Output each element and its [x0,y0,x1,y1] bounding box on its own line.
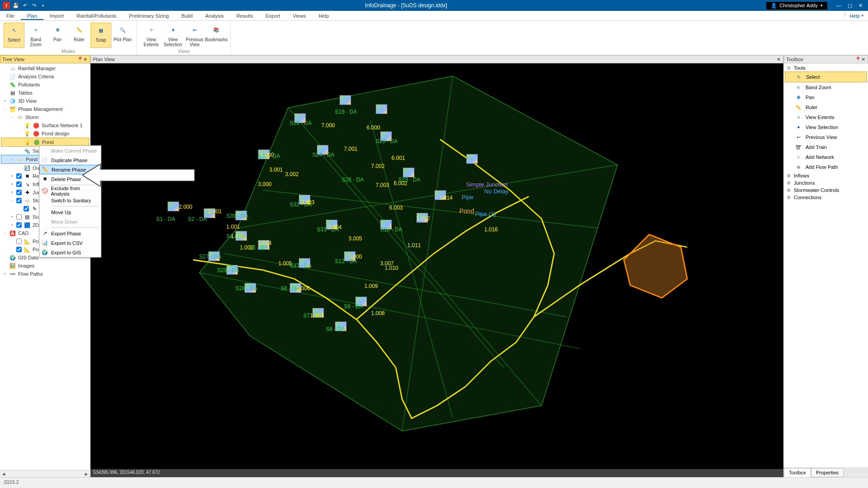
qat-dropdown-icon[interactable]: ▾ [40,2,46,9]
ctx-switch-to-sanitary[interactable]: Switch to Sanitary [39,196,101,205]
tree-checkbox[interactable] [24,206,29,211]
tree-node[interactable]: ☁️Rainfall Manager [1,64,89,72]
tool-pan[interactable]: ✥Pan [785,92,867,102]
plan-canvas[interactable]: S19 - DA S29 - DA S20 - DA S30 - DA S24 … [91,63,783,469]
ribbon-snap[interactable]: ▦Snap [91,23,111,48]
ctx-move-up[interactable]: Move Up [39,207,101,217]
menu-results[interactable]: Results [230,12,259,20]
tree-node[interactable]: +〰️Flow Paths [1,270,89,278]
tool-ruler[interactable]: 📏Ruler [785,102,867,112]
tree-checkbox[interactable] [16,239,22,244]
tool-previousview[interactable]: ↩Previous View [785,132,867,142]
scroll-right-icon[interactable]: ► [83,471,90,477]
ribbon-pan[interactable]: ✥Pan [47,23,68,48]
tree-node[interactable]: ▤Tables [1,89,89,97]
menu-prelim[interactable]: Preliminary Sizing [123,12,175,20]
tree-node[interactable]: +🧊3D View [1,97,89,105]
toolbox-cat-connections[interactable]: ⊞Connections [785,194,867,201]
tab-toolbox[interactable]: Toolbox [784,468,811,477]
toolbox-cat-junctions[interactable]: ⊞Junctions [785,179,867,187]
expander-icon[interactable]: - [3,107,7,111]
toolbox-cat-stormwater[interactable]: ⊞Stormwater Controls [785,187,867,194]
tree-checkbox[interactable] [16,173,22,179]
tree-node[interactable]: 📄Analysis Criteria [1,72,89,81]
tool-addtrain[interactable]: ➰Add Train [785,142,867,152]
ribbon-bandzoom[interactable]: ⌗Band Zoom [25,23,46,48]
redo-icon[interactable]: ↷ [31,2,37,9]
ribbon-viewselection[interactable]: ✦View Selection [162,23,183,48]
catchment-icon[interactable] [339,95,351,105]
ribbon-previousview[interactable]: ↩Previous View [184,23,205,48]
expander-icon[interactable]: + [3,99,7,103]
scroll-left-icon[interactable]: ◄ [0,471,7,477]
tree-node[interactable]: -🌩️Storm [1,113,89,121]
menu-views[interactable]: Views [286,12,312,20]
maximize-icon[interactable]: ▢ [848,3,852,9]
tree-node[interactable]: -🗂️Phase Management [1,105,89,113]
tree-checkbox[interactable] [16,247,22,252]
tool-addflowpath[interactable]: ≋Add Flow Path [785,162,867,172]
catchment-icon[interactable] [167,201,179,211]
save-icon[interactable]: 💾 [13,2,19,9]
minimize-icon[interactable]: — [836,3,841,9]
ribbon-select[interactable]: ↖Select [4,23,24,48]
menu-plan[interactable]: Plan [21,12,43,20]
undo-icon[interactable]: ↶ [22,2,28,9]
menu-analysis[interactable]: Analysis [199,12,230,20]
tree-checkbox[interactable] [16,198,22,203]
expander-icon[interactable]: - [10,115,14,120]
menu-build[interactable]: Build [175,12,199,20]
pin-icon[interactable]: 📍 [855,57,860,62]
ctx-exclude-from-analysis[interactable]: 🚫Exclude from Analysis [39,186,101,196]
expander-icon[interactable]: + [10,223,14,227]
expander-icon[interactable]: + [10,182,14,187]
tree-node[interactable]: 🖼️Images [1,262,89,270]
ctx-export-to-gis[interactable]: 🌍Export to GIS [39,248,101,257]
menu-import[interactable]: Import [43,12,70,20]
ribbon-bookmarks[interactable]: 📚Bookmarks [206,23,227,48]
tree-node[interactable]: 💡🛑Pond design [1,129,89,138]
pin-icon[interactable]: 📍 [77,57,82,62]
help-link[interactable]: ❔Help▾ [841,13,868,19]
tree-checkbox[interactable] [16,214,22,220]
close-toolbox-icon[interactable]: ✕ [860,57,866,62]
ribbon-plotplan[interactable]: 🔍Plot Plan [112,23,133,48]
ctx-export-to-csv[interactable]: 📊Export to CSV [39,238,101,248]
expander-icon[interactable]: + [10,174,14,178]
expander-icon[interactable]: - [3,231,7,235]
expander-icon[interactable]: - [10,198,14,203]
expander-icon[interactable]: + [3,272,7,276]
toolbox-cat-tools[interactable]: ⊟Tools [785,64,867,72]
tool-viewselection[interactable]: ✦View Selection [785,122,867,132]
tree-node[interactable]: 💡🛑Surface Network 1 [1,121,89,129]
ribbon-ruler[interactable]: 📏Ruler [69,23,90,48]
catchment-icon[interactable] [466,154,478,164]
tool-bandzoom[interactable]: ⌗Band Zoom [785,82,867,92]
tree-checkbox[interactable] [16,182,22,187]
ctx-export-phase[interactable]: ↗Export Phase [39,229,101,238]
toolbox-cat-inflows[interactable]: ⊞Inflows [785,172,867,179]
tool-viewextents[interactable]: ✧View Extents [785,112,867,122]
menu-help[interactable]: Help [312,12,335,20]
tree-node[interactable]: 🦠Pollutants [1,81,89,89]
menu-rainfall[interactable]: Rainfall/Pollutants [70,12,123,20]
tool-select[interactable]: ↖Select [785,72,867,82]
tool-addnetwork[interactable]: ○Add Network [785,152,867,162]
catchment-icon[interactable] [403,167,415,177]
catchment-icon[interactable] [376,104,387,114]
expander-icon[interactable]: + [10,190,14,195]
close-plan-icon[interactable]: ✕ [776,57,781,62]
tree-checkbox[interactable] [16,222,22,228]
expander-icon[interactable]: + [10,215,14,219]
tab-properties[interactable]: Properties [811,468,844,477]
ctx-duplicate-phase[interactable]: 📄Duplicate Phase [39,155,101,165]
menu-file[interactable]: File [0,12,21,20]
user-menu[interactable]: 👤 Christopher Addy [766,2,827,10]
menu-export[interactable]: Export [259,12,286,20]
expander-icon[interactable]: - [10,157,15,162]
tree-hscroll[interactable]: ◄ ► [0,470,90,477]
ribbon-viewextents[interactable]: ✧View Extents [141,23,162,48]
tree-checkbox[interactable] [16,190,22,195]
close-panel-icon[interactable]: ✕ [82,57,88,62]
close-icon[interactable]: ✕ [858,3,863,9]
